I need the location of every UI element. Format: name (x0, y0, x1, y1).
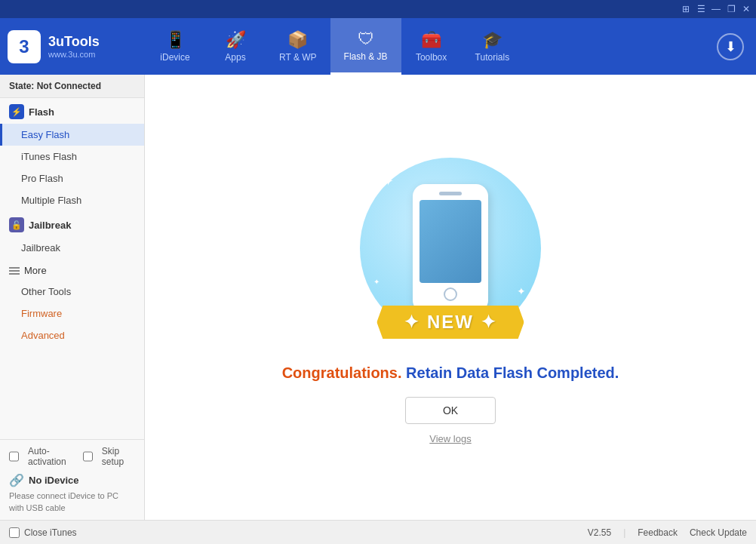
minimize-icon[interactable]: — (709, 2, 723, 16)
sidebar-item-jailbreak[interactable]: Jailbreak (0, 237, 144, 259)
close-itunes-checkbox[interactable] (9, 527, 20, 538)
phone-body (413, 184, 488, 312)
phone-home-button (444, 287, 457, 301)
sidebar-item-easy-flash[interactable]: Easy Flash (0, 124, 144, 146)
logo-text: 3uTools www.3u.com (48, 34, 100, 59)
auto-activation-label: Auto-activation (28, 446, 75, 467)
close-icon[interactable]: ✕ (739, 2, 753, 16)
logo-icon: 3 (8, 30, 41, 63)
no-idevice-panel: 🔗 No iDevice Please connect iDevice to P… (9, 473, 135, 514)
phone-speaker (439, 192, 462, 195)
app-url: www.3u.com (48, 50, 100, 59)
skip-setup-checkbox[interactable] (83, 451, 93, 462)
more-section-label: More (24, 265, 47, 276)
phone-screen (419, 200, 481, 283)
jailbreak-section-icon: 🔓 (9, 217, 24, 232)
firmware-label: Firmware (21, 308, 62, 319)
content-area: ✦ ✦ ✦ ✦ ✦ NEW ✦ Congratulations. (145, 75, 756, 520)
sidebar-section-flash[interactable]: ⚡ Flash (0, 98, 144, 124)
close-itunes-label: Close iTunes (24, 527, 77, 538)
nav-tabs: 📱 iDevice 🚀 Apps 📦 RT & WP 🛡 Flash & JB … (145, 18, 717, 75)
header: 3 3uTools www.3u.com 📱 iDevice 🚀 Apps 📦 … (0, 18, 756, 75)
sidebar-item-advanced[interactable]: Advanced (0, 324, 144, 346)
easy-flash-label: Easy Flash (21, 129, 69, 140)
bottom-left: Close iTunes (9, 527, 154, 538)
tab-rt-wp[interactable]: 📦 RT & WP (266, 18, 330, 75)
sidebar-item-multiple-flash[interactable]: Multiple Flash (0, 189, 144, 211)
flash-jb-icon: 🛡 (358, 29, 374, 49)
sidebar-item-pro-flash[interactable]: Pro Flash (0, 168, 144, 189)
tab-apps[interactable]: 🚀 Apps (205, 18, 266, 75)
tab-toolbox-label: Toolbox (416, 52, 447, 63)
app-name: 3uTools (48, 34, 100, 50)
no-idevice-icon: 🔗 (9, 473, 24, 487)
header-right: ⬇ (717, 33, 756, 60)
check-update-link[interactable]: Check Update (690, 527, 747, 538)
ok-button[interactable]: OK (405, 397, 496, 424)
more-lines-icon (9, 267, 20, 275)
tab-flash-jb-label: Flash & JB (344, 51, 388, 62)
jailbreak-section-label: Jailbreak (29, 220, 71, 231)
no-idevice-desc: Please connect iDevice to PC with USB ca… (9, 490, 135, 514)
bottom-bar: Close iTunes V2.55 | Feedback Check Upda… (0, 520, 756, 544)
tab-tutorials[interactable]: 🎓 Tutorials (462, 18, 524, 75)
other-tools-label: Other Tools (21, 286, 71, 297)
sparkle-3: ✦ (517, 285, 526, 297)
tab-idevice[interactable]: 📱 iDevice (145, 18, 205, 75)
apps-icon: 🚀 (226, 30, 246, 50)
multiple-flash-label: Multiple Flash (21, 195, 81, 206)
flash-section-icon: ⚡ (9, 104, 24, 119)
itunes-flash-label: iTunes Flash (21, 151, 77, 162)
download-button[interactable]: ⬇ (717, 33, 744, 60)
flash-section-label: Flash (29, 106, 54, 118)
sidebar-scroll: ⚡ Flash Easy Flash iTunes Flash Pro Flas… (0, 98, 144, 439)
divider-1: | (623, 527, 625, 538)
new-ribbon: ✦ NEW ✦ (376, 306, 524, 339)
tab-tutorials-label: Tutorials (475, 52, 510, 63)
no-idevice-title-text: No iDevice (29, 475, 78, 486)
sidebar-item-firmware[interactable]: Firmware (0, 303, 144, 324)
state-label: State: (9, 81, 34, 91)
sparkle-2: ✦ (515, 180, 522, 191)
sidebar-item-itunes-flash[interactable]: iTunes Flash (0, 146, 144, 168)
jailbreak-label: Jailbreak (21, 242, 60, 254)
tab-rt-wp-label: RT & WP (279, 52, 317, 63)
logo-area: 3 3uTools www.3u.com (0, 30, 145, 63)
sidebar-wrapper: State: Not Connected ⚡ Flash Easy Flash … (0, 75, 144, 520)
illustration: ✦ ✦ ✦ ✦ ✦ NEW ✦ (352, 150, 549, 346)
skip-setup-label: Skip setup (102, 446, 135, 467)
tab-toolbox[interactable]: 🧰 Toolbox (401, 18, 462, 75)
auto-activation-checkbox[interactable] (9, 451, 19, 462)
tab-idevice-label: iDevice (160, 52, 189, 63)
congratulations-message: Congratulations. Retain Data Flash Compl… (282, 364, 619, 382)
rt-wp-icon: 📦 (287, 30, 308, 50)
message-part2: Retain Data Flash Completed. (406, 364, 619, 381)
main-layout: State: Not Connected ⚡ Flash Easy Flash … (0, 75, 756, 520)
sidebar-bottom: Auto-activation Skip setup 🔗 No iDevice … (0, 439, 144, 520)
advanced-label: Advanced (21, 330, 65, 341)
view-logs-link[interactable]: View logs (429, 433, 471, 444)
state-value: Not Connected (37, 81, 101, 91)
auto-activation-row: Auto-activation Skip setup (9, 446, 135, 467)
version-label: V2.55 (588, 527, 611, 538)
tab-flash-jb[interactable]: 🛡 Flash & JB (330, 18, 401, 75)
restore-icon[interactable]: ❐ (724, 2, 738, 16)
tab-apps-label: Apps (225, 52, 245, 63)
grid-icon[interactable]: ⊞ (679, 2, 693, 16)
sidebar: State: Not Connected ⚡ Flash Easy Flash … (0, 75, 145, 520)
pro-flash-label: Pro Flash (21, 173, 63, 184)
toolbox-icon: 🧰 (421, 30, 441, 50)
no-idevice-title-row: 🔗 No iDevice (9, 473, 135, 487)
message-part1: Congratulations. (282, 364, 402, 381)
sparkle-4: ✦ (373, 278, 380, 286)
sidebar-item-other-tools[interactable]: Other Tools (0, 281, 144, 303)
list-icon[interactable]: ☰ (694, 2, 708, 16)
sidebar-section-more[interactable]: More (0, 259, 144, 281)
sidebar-state: State: Not Connected (0, 75, 144, 98)
sidebar-section-jailbreak[interactable]: 🔓 Jailbreak (0, 211, 144, 237)
bottom-right: V2.55 | Feedback Check Update (154, 527, 747, 538)
ribbon-text: ✦ NEW ✦ (404, 312, 496, 332)
feedback-link[interactable]: Feedback (638, 527, 678, 538)
idevice-icon: 📱 (165, 30, 186, 50)
tutorials-icon: 🎓 (482, 30, 502, 50)
